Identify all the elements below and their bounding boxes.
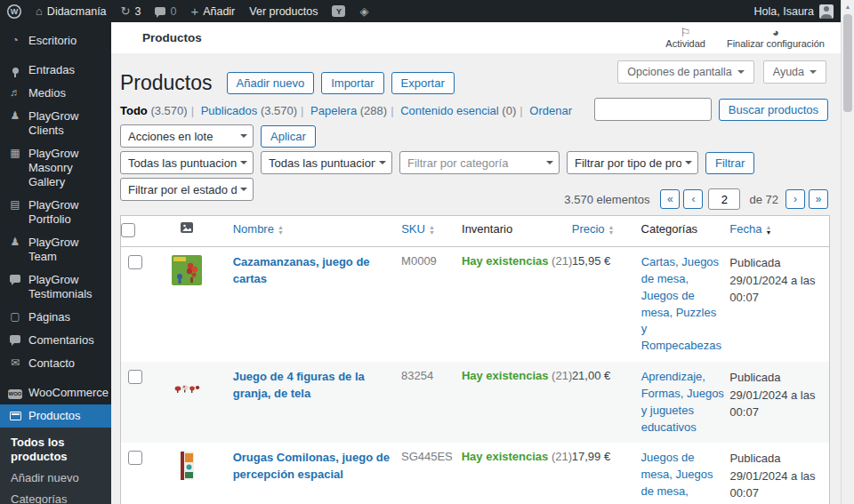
product-name-link[interactable]: Cazamanzanas, juego de cartas	[233, 255, 370, 285]
product-name-link[interactable]: Juego de 4 figuras de la granja, de tela	[233, 370, 365, 400]
comment-icon	[10, 335, 20, 343]
view-sort-link[interactable]: Ordenar	[529, 104, 572, 117]
stock-status: Hay existencias	[462, 450, 549, 463]
bulk-actions-select[interactable]: Acciones en lote	[120, 124, 254, 148]
product-image[interactable]	[171, 254, 203, 286]
search-area: Buscar productos	[594, 98, 828, 121]
view-trash-link[interactable]: Papelera	[310, 104, 357, 117]
sidebar-item-contacto[interactable]: ✉ Contacto	[0, 352, 111, 375]
add-new-button[interactable]: Añadir nuevo	[227, 72, 315, 94]
column-header-precio[interactable]: Precio▲▼	[572, 216, 641, 246]
seo-scores-select[interactable]: Todas las puntuaciones SEO	[120, 151, 254, 174]
sidebar-item-woocommerce[interactable]: WOO WooCommerce	[0, 381, 111, 404]
updates-link[interactable]: ↻ 3	[114, 0, 149, 22]
product-type-filter-select[interactable]: Filtrar por tipo de producto	[567, 151, 698, 174]
stock-status-filter-select[interactable]: Filtrar por el estado del inventario	[120, 178, 254, 201]
import-button[interactable]: Importar	[321, 72, 383, 94]
pagination: 3.570 elementos « ‹ de 72 › »	[564, 188, 828, 210]
sidebar-item-playgrow-clients[interactable]: ♟ PlayGrow Clients	[0, 105, 111, 142]
column-header-sku[interactable]: SKU▲▼	[401, 216, 462, 246]
products-box-icon	[10, 412, 21, 420]
column-header-fecha[interactable]: Fecha▲▼	[729, 216, 829, 246]
product-categories-links[interactable]: Cartas, Juegos de mesa, Juegos de mesa, …	[641, 255, 721, 352]
scrollbar-up-arrow[interactable]: ▲	[842, 0, 854, 12]
sidebar-item-playgrow-portfolio[interactable]: ▤ PlayGrow Portfolio	[0, 194, 111, 231]
sidebar-item-playgrow-masonry-gallery[interactable]: ▦ PlayGrow Masonry Gallery	[0, 142, 111, 194]
row-checkbox[interactable]	[128, 255, 142, 269]
comments-count: 0	[170, 5, 176, 18]
site-name-link[interactable]: ⌂ Didacmanía	[28, 0, 114, 22]
sidebar-item-playgrow-team[interactable]: ♟ PlayGrow Team	[0, 231, 111, 268]
avatar	[819, 4, 834, 19]
wordpress-logo-icon: W	[7, 4, 21, 19]
first-page-button[interactable]: «	[660, 189, 680, 209]
sidebar-item-entradas[interactable]: Entradas	[0, 59, 111, 82]
page-scrollbar[interactable]: ▲	[841, 0, 854, 504]
new-content-link[interactable]: + Añadir	[183, 0, 242, 22]
search-products-button[interactable]: Buscar productos	[719, 99, 828, 121]
view-all-link[interactable]: Todo	[120, 104, 148, 117]
export-button[interactable]: Exportar	[391, 72, 455, 94]
chevron-down-icon	[379, 161, 386, 168]
help-tab[interactable]: Ayuda	[763, 60, 826, 84]
row-checkbox[interactable]	[128, 370, 142, 384]
sidebar-item-productos[interactable]: Productos	[0, 404, 111, 428]
wordpress-menu[interactable]: W	[0, 0, 28, 22]
account-menu[interactable]: Hola, Isaura	[754, 4, 841, 19]
finish-setup-button[interactable]: ◕ Finalizar configuración	[716, 25, 835, 51]
users-icon: ♟	[8, 109, 22, 123]
sort-icons: ▲▼	[429, 225, 435, 236]
sidebar-item-escritorio[interactable]: ◔ Escritorio	[0, 29, 111, 52]
submenu-anadir-nuevo[interactable]: Añadir nuevo	[0, 468, 111, 489]
product-categories-links[interactable]: Aprendizaje, Formas, Juegos y juguetes e…	[641, 370, 724, 434]
product-name-link[interactable]: Orugas Comilonas, juego de percepción es…	[233, 451, 390, 481]
category-filter-select[interactable]: Filtrar por categoría	[399, 151, 560, 174]
previous-page-button[interactable]: ‹	[683, 189, 703, 209]
row-checkbox[interactable]	[128, 451, 142, 465]
page-title: Productos	[120, 71, 213, 95]
sidebar-item-comentarios[interactable]: Comentarios	[0, 329, 111, 352]
comments-link[interactable]: 0	[148, 0, 183, 22]
column-header-nombre[interactable]: Nombre▲▼	[233, 216, 402, 246]
activity-button[interactable]: ⚐ Actividad	[655, 25, 716, 51]
menu-separator	[0, 52, 111, 59]
total-pages-label: de 72	[749, 193, 778, 206]
product-image[interactable]	[171, 369, 203, 401]
media-icon: ♬	[8, 86, 22, 100]
chevron-down-icon	[240, 134, 247, 141]
select-all-checkbox[interactable]	[121, 223, 135, 237]
submenu-todos-los-productos[interactable]: Todos los productos	[0, 432, 111, 468]
sort-icons: ▲▼	[608, 225, 615, 236]
plugin-menu[interactable]: ◈	[352, 0, 375, 22]
content-topbar: Productos ⚐ Actividad ◕ Finalizar config…	[111, 22, 841, 53]
product-image[interactable]	[171, 450, 203, 482]
screen-options-tab[interactable]: Opciones de pantalla	[617, 60, 753, 84]
stock-count: (21)	[552, 254, 572, 268]
filters-row: Todas las puntuaciones SEO Todas las pun…	[120, 151, 841, 174]
sidebar-item-paginas[interactable]: ▢ Páginas	[0, 306, 111, 329]
last-page-button[interactable]: »	[809, 189, 828, 209]
updates-count: 3	[134, 5, 141, 18]
speech-bubble-icon	[10, 275, 20, 283]
view-products-link[interactable]: Ver productos	[242, 0, 325, 22]
readability-scores-select[interactable]: Todas las puntuaciones de	[261, 151, 392, 174]
items-total: 3.570 elementos	[564, 193, 649, 206]
submenu-categorias[interactable]: Categorías	[0, 489, 111, 504]
view-published-link[interactable]: Publicados	[201, 104, 258, 117]
progress-circle-icon: ◕	[772, 27, 779, 38]
search-input[interactable]	[594, 98, 712, 121]
product-sku: SG445ES	[401, 450, 453, 463]
sidebar-item-medios[interactable]: ♬ Medios	[0, 82, 111, 105]
next-page-button[interactable]: ›	[786, 189, 805, 209]
scrollbar-thumb[interactable]	[843, 14, 852, 112]
sort-icons: ▲▼	[765, 225, 771, 236]
stock-status: Hay existencias	[462, 369, 549, 382]
yoast-seo-menu[interactable]: Y	[325, 0, 352, 22]
view-cornerstone-link[interactable]: Contenido esencial	[400, 104, 499, 117]
filter-button[interactable]: Filtrar	[705, 152, 754, 174]
sidebar-item-playgrow-testimonials[interactable]: PlayGrow Testimonials	[0, 268, 111, 306]
current-page-input[interactable]	[708, 188, 740, 210]
yoast-icon: Y	[332, 5, 345, 17]
apply-button[interactable]: Aplicar	[261, 125, 316, 148]
product-categories-links[interactable]: Juegos de mesa, Juegos de mesa, Puzzles …	[640, 451, 724, 504]
